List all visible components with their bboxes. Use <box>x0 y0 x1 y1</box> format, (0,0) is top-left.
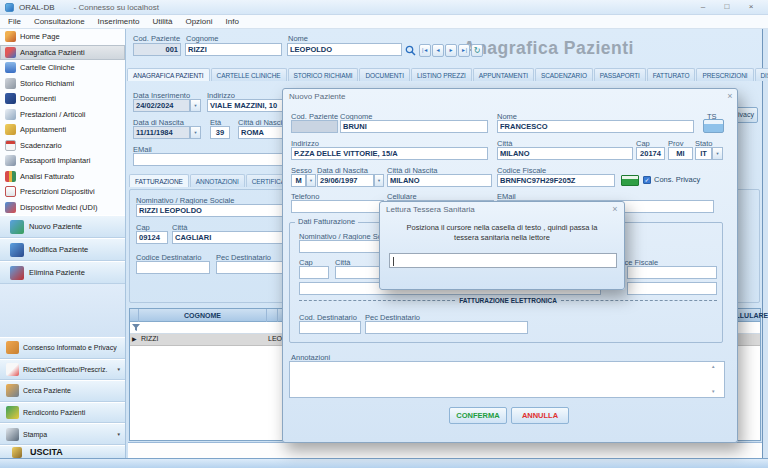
nome-search-input[interactable]: LEOPOLDO <box>287 43 402 56</box>
rendiconto-pazienti-button[interactable]: Rendiconto Pazienti <box>0 402 125 424</box>
stato-dropdown-icon[interactable]: ▼ <box>712 147 723 160</box>
sidebar-item-passaporti-implantari[interactable]: Passaporti Implantari <box>0 153 125 169</box>
tab-anagrafica-pazienti[interactable]: ANAGRAFICA PAZIENTI <box>127 68 210 81</box>
nav-next-icon[interactable]: ► <box>445 44 457 57</box>
tab-documenti[interactable]: DOCUMENTI <box>359 68 409 81</box>
dlg-stato-input[interactable]: IT <box>695 147 712 160</box>
data-inserimento-dropdown-icon[interactable]: ▼ <box>190 99 201 112</box>
fatt-pec-destinatario-input[interactable] <box>365 321 528 334</box>
menu-utilit[interactable]: Utilità <box>152 17 172 26</box>
tab-cartelle-cliniche[interactable]: CARTELLE CLINICHE <box>211 68 287 81</box>
data-inserimento-input[interactable]: 24/02/2024 <box>133 99 190 112</box>
cognome-column-header[interactable]: COGNOME <box>139 309 267 322</box>
dlg-citta-input[interactable]: MILANO <box>497 147 633 160</box>
sidebar-item-documenti[interactable]: Documenti <box>0 91 125 107</box>
tab-fatturato[interactable]: FATTURATO <box>647 68 696 81</box>
data-nascita-dropdown-icon[interactable]: ▼ <box>190 126 201 139</box>
search-icon[interactable] <box>405 45 416 56</box>
patients-icon <box>5 47 16 58</box>
action-button-label: Modifica Paziente <box>29 245 88 254</box>
ricetta-certificato-prescriz-button[interactable]: Ricetta/Certificato/Prescriz.▼ <box>0 359 125 381</box>
menu-file[interactable]: File <box>8 17 21 26</box>
data-nascita-dropdown-icon[interactable]: ▼ <box>374 174 384 187</box>
dlg-cognome-input[interactable]: BRUNI <box>340 120 488 133</box>
caret-down-icon: ▼ <box>117 367 121 372</box>
scroll-up-icon[interactable]: ▲ <box>711 364 715 369</box>
tab-passaporti[interactable]: PASSAPORTI <box>594 68 646 81</box>
cap-input[interactable]: 09124 <box>136 231 168 244</box>
dlg-indirizzo-input[interactable]: P.ZZA DELLE VITTORIE, 15/A <box>291 147 488 160</box>
tab-appuntamenti[interactable]: APPUNTAMENTI <box>473 68 534 81</box>
health-card-icon[interactable] <box>621 175 639 186</box>
menu-opzioni[interactable]: Opzioni <box>185 17 212 26</box>
dlg-codice-fiscale-input[interactable]: BRNFNC97H29F205Z <box>497 174 615 187</box>
tab-storico-richiami[interactable]: STORICO RICHIAMI <box>288 68 359 81</box>
tessera-dialog-title: Lettura Tessera Sanitaria <box>386 205 475 214</box>
fatt-cod-destinatario-input[interactable] <box>299 321 361 334</box>
refresh-icon[interactable]: ↻ <box>471 44 483 57</box>
scroll-down-icon[interactable]: ▼ <box>711 389 715 394</box>
nav-prev-icon[interactable]: ◄ <box>432 44 444 57</box>
menu-consultazione[interactable]: Consultazione <box>34 17 85 26</box>
titlebar: ORAL-DB - Connesso su localhost – □ × <box>0 0 768 15</box>
cerca-paziente-button[interactable]: Cerca Paziente <box>0 380 125 402</box>
menu-info[interactable]: Info <box>226 17 239 26</box>
sidebar-item-anagrafica-pazienti[interactable]: Anagrafica Pazienti <box>0 45 125 61</box>
maximize-icon[interactable]: □ <box>715 0 739 14</box>
dlg-prov-input[interactable]: MI <box>668 147 693 160</box>
app-window: ORAL-DB - Connesso su localhost – □ × Fi… <box>0 0 768 468</box>
fatt-extra-input-right[interactable] <box>627 282 717 295</box>
subtab-fatturazione[interactable]: FATTURAZIONE <box>129 174 189 187</box>
sidebar-item-storico-richiami[interactable]: Storico Richiami <box>0 76 125 92</box>
nav-last-icon[interactable]: ►| <box>458 44 470 57</box>
statusbar <box>0 458 768 468</box>
sidebar-item-prescrizioni-dispositivi[interactable]: Prescrizioni Dispositivi <box>0 184 125 200</box>
nuovo-paziente-button[interactable]: Nuovo Paziente <box>0 215 125 238</box>
modifica-paziente-button[interactable]: Modifica Paziente <box>0 238 125 261</box>
sidebar-item-prestazioni-articoli[interactable]: Prestazioni / Articoli <box>0 107 125 123</box>
dlg-citta-nascita-input[interactable]: MILANO <box>387 174 492 187</box>
tab-scadenzario[interactable]: SCADENZARIO <box>535 68 593 81</box>
conferma-button[interactable]: CONFERMA <box>449 407 507 424</box>
dlg-cap-input[interactable]: 20174 <box>636 147 665 160</box>
exit-button[interactable]: USCITA <box>0 445 125 458</box>
cognome-search-input[interactable]: RIZZI <box>185 43 282 56</box>
consenso-informato-e-privacy-button[interactable]: Consenso Informato e Privacy <box>0 337 125 359</box>
elimina-paziente-button[interactable]: Elimina Paziente <box>0 261 125 284</box>
data-nascita-input[interactable]: 11/11/1984 <box>133 126 190 139</box>
ts-card-button[interactable] <box>703 119 724 133</box>
sidebar-item-scadenzario[interactable]: Scadenzario <box>0 138 125 154</box>
dlg-data-nascita-input[interactable]: 29/06/1997 <box>317 174 374 187</box>
sidebar-item-home-page[interactable]: Home Page <box>0 29 125 45</box>
fatt-cap-input[interactable] <box>299 266 329 279</box>
annulla-button[interactable]: ANNULLA <box>511 407 569 424</box>
sesso-dropdown-icon[interactable]: ▼ <box>306 174 316 187</box>
tessera-input[interactable] <box>389 253 617 268</box>
privacy-checkbox-label: Cons. Privacy <box>654 175 700 184</box>
dlg-telefono-input[interactable] <box>291 200 384 213</box>
stampa-button[interactable]: Stampa▼ <box>0 423 125 445</box>
subtab-annotazioni[interactable]: ANNOTAZIONI <box>190 174 245 187</box>
tessera-close-icon[interactable]: × <box>609 204 621 216</box>
minimize-icon[interactable]: – <box>691 0 715 14</box>
tab-disp-medici[interactable]: DISP. MEDICI <box>755 68 768 81</box>
sidebar-item-analisi-fatturato[interactable]: Analisi Fatturato <box>0 169 125 185</box>
home-icon <box>5 31 16 42</box>
close-icon[interactable]: × <box>739 0 763 14</box>
tab-listino-prezzi[interactable]: LISTINO PREZZI <box>411 68 472 81</box>
sidebar-item-appuntamenti[interactable]: Appuntamenti <box>0 122 125 138</box>
dialog-close-icon[interactable]: × <box>724 91 736 103</box>
privacy-checkbox[interactable]: ✓ <box>643 176 651 184</box>
nav-first-icon[interactable]: |◄ <box>419 44 431 57</box>
sidebar-item-cartelle-cliniche[interactable]: Cartelle Cliniche <box>0 60 125 76</box>
menu-inserimento[interactable]: Inserimento <box>98 17 140 26</box>
new-patient-icon <box>10 220 24 234</box>
dlg-sesso-input[interactable]: M <box>291 174 306 187</box>
fatt-codice-fiscale-input[interactable] <box>627 266 717 279</box>
annotazioni-textarea[interactable] <box>289 361 725 398</box>
sidebar-item-dispositivi-medici-udi[interactable]: Dispositivi Medici (UDI) <box>0 200 125 216</box>
app-icon <box>5 3 14 12</box>
dlg-nome-input[interactable]: FRANCESCO <box>497 120 694 133</box>
codice-destinatario-input[interactable] <box>136 261 210 274</box>
tab-prescrizioni[interactable]: PRESCRIZIONI <box>696 68 753 81</box>
